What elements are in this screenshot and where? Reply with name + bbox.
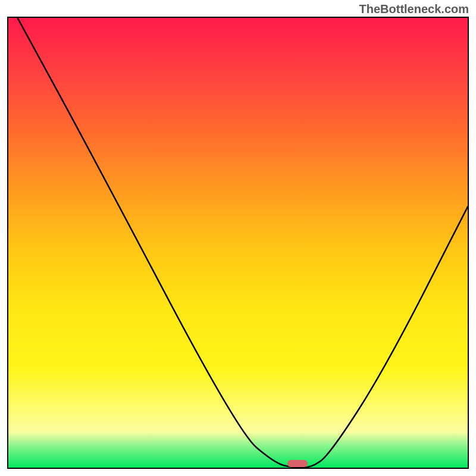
bottleneck-curve <box>8 18 468 468</box>
chart-frame <box>7 17 469 469</box>
watermark-text: TheBottleneck.com <box>359 2 469 16</box>
curve-path <box>17 18 468 468</box>
optimal-marker <box>287 460 308 467</box>
